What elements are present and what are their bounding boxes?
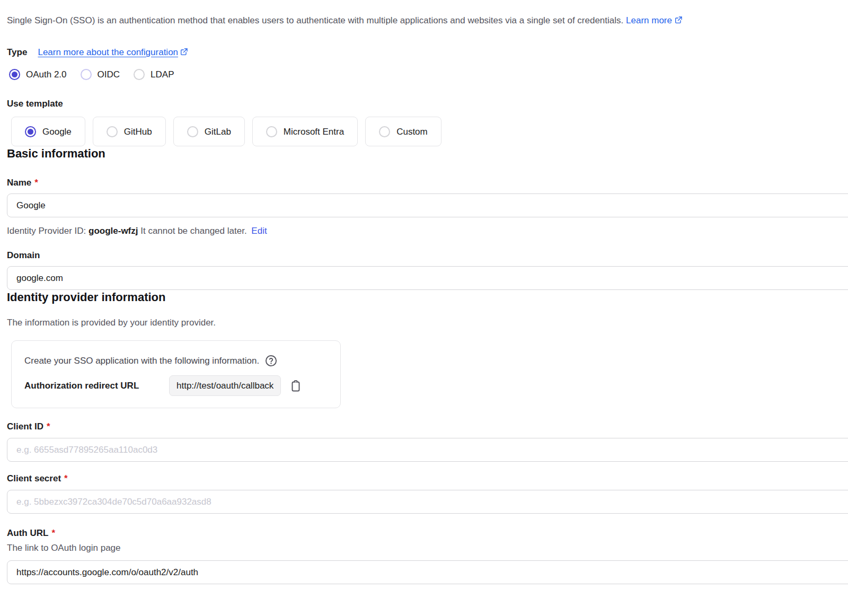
template-card-google[interactable]: Google (11, 117, 85, 146)
external-link-icon (674, 16, 683, 24)
client-secret-input[interactable] (7, 490, 848, 514)
domain-label: Domain (7, 249, 848, 261)
template-card-microsoft-entra-label: Microsoft Entra (284, 126, 344, 138)
identity-provider-id-helper: Identity Provider ID: google-wfzj It can… (7, 225, 848, 237)
sso-description: Single Sign-On (SSO) is an authenticatio… (7, 14, 848, 27)
configuration-learn-more-link[interactable]: Learn more about the configuration (38, 46, 188, 58)
radio-ldap[interactable]: LDAP (134, 68, 174, 81)
template-card-gitlab-label: GitLab (205, 126, 231, 138)
radio-unselected-icon (107, 126, 118, 137)
radio-unselected-icon (81, 69, 92, 80)
auth-url-input[interactable] (7, 560, 848, 584)
template-card-github[interactable]: GitHub (93, 117, 166, 146)
name-input[interactable] (7, 193, 848, 217)
info-box-instruction-row: Create your SSO application with the fol… (24, 355, 328, 367)
type-radio-group: OAuth 2.0 OIDC LDAP (9, 68, 848, 81)
radio-selected-icon (25, 126, 36, 137)
radio-unselected-icon (187, 126, 198, 137)
identity-provider-id-value: google-wfzj (89, 226, 138, 236)
external-link-icon (180, 48, 188, 56)
required-asterisk: * (34, 177, 38, 189)
intro-learn-more-link[interactable]: Learn more (626, 15, 683, 25)
radio-oauth2-label: OAuth 2.0 (26, 68, 67, 81)
client-id-label: Client ID * (7, 420, 848, 433)
basic-information-heading: Basic information (7, 146, 848, 161)
radio-ldap-label: LDAP (151, 68, 174, 81)
radio-unselected-icon (134, 69, 145, 80)
required-asterisk: * (51, 527, 55, 539)
required-asterisk: * (64, 472, 68, 485)
name-label: Name * (7, 177, 848, 189)
radio-oidc-label: OIDC (98, 68, 120, 81)
info-box-instruction-text: Create your SSO application with the fol… (24, 355, 259, 367)
sso-settings-page: Single Sign-On (SSO) is an authenticatio… (0, 0, 848, 584)
copy-icon[interactable] (289, 380, 302, 392)
domain-input[interactable] (7, 266, 848, 290)
required-asterisk: * (47, 420, 50, 433)
radio-unselected-icon (379, 126, 390, 137)
radio-oauth2[interactable]: OAuth 2.0 (9, 68, 67, 81)
use-template-label: Use template (7, 98, 848, 110)
authorization-redirect-url-label: Authorization redirect URL (24, 380, 169, 392)
auth-url-helper: The link to OAuth login page (7, 542, 848, 554)
authorization-redirect-row: Authorization redirect URL http://test/o… (24, 375, 328, 396)
template-card-custom-label: Custom (396, 126, 428, 138)
identity-provider-information-subtitle: The information is provided by your iden… (7, 316, 848, 329)
radio-selected-icon (9, 69, 20, 80)
client-id-input[interactable] (7, 438, 848, 462)
help-icon[interactable] (265, 355, 277, 367)
template-card-google-label: Google (42, 126, 72, 138)
authorization-redirect-url-value: http://test/oauth/callback (169, 375, 281, 396)
template-card-microsoft-entra[interactable]: Microsoft Entra (252, 117, 358, 146)
radio-unselected-icon (266, 126, 277, 137)
identity-provider-information-heading: Identity provider information (7, 290, 848, 305)
template-card-group: Google GitHub GitLab Microsoft Entra Cus… (11, 117, 848, 146)
template-card-custom[interactable]: Custom (365, 117, 441, 146)
edit-identity-provider-id-link[interactable]: Edit (251, 226, 267, 236)
auth-url-label: Auth URL * (7, 527, 848, 539)
radio-oidc[interactable]: OIDC (81, 68, 120, 81)
type-label: Type (7, 46, 27, 58)
template-card-github-label: GitHub (124, 126, 152, 138)
type-section-header: Type Learn more about the configuration (7, 46, 848, 58)
sso-description-text: Single Sign-On (SSO) is an authenticatio… (7, 15, 623, 25)
template-card-gitlab[interactable]: GitLab (173, 117, 245, 146)
sso-application-info-box: Create your SSO application with the fol… (11, 340, 341, 408)
client-secret-label: Client secret * (7, 472, 848, 485)
